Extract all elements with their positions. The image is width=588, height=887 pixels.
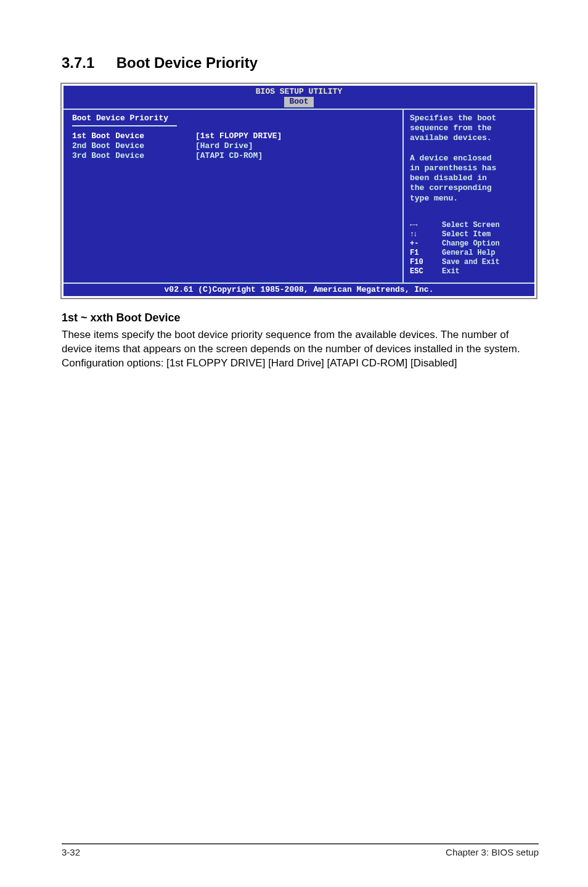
boot-device-label: 1st Boot Device [72,131,195,141]
key-select-screen: ←→ Select Screen [410,221,529,230]
arrows-ud-icon: ↑↓ [410,230,442,239]
bios-tabbar: Boot [63,97,534,108]
key-label: Exit [442,267,460,276]
help-line: sequence from the [410,123,529,133]
key-exit: ESC Exit [410,267,529,276]
divider [72,125,177,126]
page-number: 3-32 [62,847,80,857]
help-line: the corresponding [410,183,529,193]
tab-boot[interactable]: Boot [284,97,313,107]
key-select-item: ↑↓ Select Item [410,230,529,239]
body-paragraph: Configuration options: [1st FLOPPY DRIVE… [62,357,539,371]
help-line: Specifies the boot [410,113,529,123]
bios-footer: v02.61 (C)Copyright 1985-2008, American … [63,284,534,296]
key-label: Select Item [442,230,491,239]
subsection-heading: 1st ~ xxth Boot Device [62,311,539,324]
key-label: Select Screen [442,221,500,230]
key-general-help: F1 General Help [410,249,529,258]
help-line: been disabled in [410,173,529,183]
key-name: F1 [410,249,442,258]
boot-device-3[interactable]: 3rd Boot Device [ATAPI CD-ROM] [72,151,396,161]
bios-help-panel: Specifies the boot sequence from the ava… [404,110,534,283]
help-line [410,143,529,153]
help-line: availabe devices. [410,133,529,143]
section-number: 3.7.1 [62,54,112,72]
key-label: Change Option [442,239,500,249]
boot-device-value: [Hard Drive] [195,141,253,151]
bios-window: BIOS SETUP UTILITY Boot Boot Device Prio… [62,84,536,298]
section-heading: 3.7.1 Boot Device Priority [62,54,539,72]
section-title: Boot Device Priority [116,54,258,71]
page-footer: 3-32 Chapter 3: BIOS setup [62,843,539,857]
bios-body: Boot Device Priority 1st Boot Device [1s… [63,109,534,284]
boot-device-label: 3rd Boot Device [72,151,195,161]
key-name: F10 [410,258,442,267]
bios-key-legend: ←→ Select Screen ↑↓ Select Item +- Chang… [410,221,529,276]
key-save-exit: F10 Save and Exit [410,258,529,267]
key-change-option: +- Change Option [410,239,529,249]
help-line: type menu. [410,194,529,204]
footer-rule [62,843,539,844]
boot-device-value: [ATAPI CD-ROM] [195,151,263,161]
bios-left-panel: Boot Device Priority 1st Boot Device [1s… [63,110,404,283]
bios-help-text: Specifies the boot sequence from the ava… [410,113,529,204]
key-label: Save and Exit [442,258,500,267]
bios-panel-title: Boot Device Priority [72,113,396,123]
boot-device-1[interactable]: 1st Boot Device [1st FLOPPY DRIVE] [72,131,396,141]
key-name: +- [410,239,442,249]
key-name: ESC [410,267,442,276]
body-paragraph: These items specify the boot device prio… [62,328,539,357]
boot-device-value: [1st FLOPPY DRIVE] [195,131,282,141]
bios-title: BIOS SETUP UTILITY [63,86,534,97]
help-line: in parenthesis has [410,163,529,173]
key-label: General Help [442,249,495,258]
boot-device-label: 2nd Boot Device [72,141,195,151]
boot-device-2[interactable]: 2nd Boot Device [Hard Drive] [72,141,396,151]
chapter-label: Chapter 3: BIOS setup [446,847,539,857]
help-line: A device enclosed [410,154,529,163]
arrows-lr-icon: ←→ [410,221,442,230]
